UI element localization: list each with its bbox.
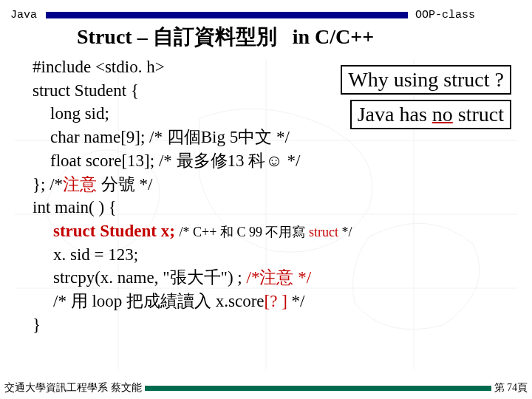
code-line-5: float score[13]; /* 最多修13 科☺ */ xyxy=(33,149,499,173)
code-8c: struct xyxy=(309,225,338,239)
code-8-comment: /* C++ 和 C 99 不用寫 struct */ xyxy=(180,225,352,239)
footer-left-text: 交通大學資訊工程學系 蔡文能 xyxy=(4,381,142,395)
code-line-12: } xyxy=(33,313,499,337)
header-divider-bar xyxy=(46,12,408,18)
code-5a: float score[13]; /* 最多修13 科 xyxy=(50,151,265,170)
code-line-8: struct Student x; /* C++ 和 C 99 不用寫 stru… xyxy=(33,219,499,243)
code-line-9: x. sid = 123; xyxy=(33,243,499,267)
code-line-10: strcpy(x. name, "張大千") ; /*注意 */ xyxy=(33,266,499,290)
callout-why-struct: Why using struct ? xyxy=(341,65,511,95)
code-11b: [? ] xyxy=(265,292,287,310)
code-10b: /*注意 */ xyxy=(247,268,312,287)
callout-java-has: Java has xyxy=(358,103,432,126)
code-line-6: }; /*注意 分號 */ xyxy=(33,173,499,197)
footer-page-number: 第 74頁 xyxy=(494,381,528,395)
code-line-11: /* 用 loop 把成績讀入 x.score[? ] */ xyxy=(33,290,499,313)
code-4a: char name[9]; /* 四個Big 5中文 */ xyxy=(50,128,290,146)
code-8d: */ xyxy=(338,225,352,239)
callout-struct: struct xyxy=(453,103,504,126)
title-part1: Struct – 自訂資料型別 xyxy=(77,25,277,48)
code-6a: }; /* xyxy=(33,175,63,194)
code-11a: /* 用 loop 把成績讀入 x.score xyxy=(53,292,265,310)
code-line-7: int main( ) { xyxy=(33,196,499,219)
code-10a: strcpy(x. name, "張大千") ; xyxy=(53,268,247,287)
code-5b: */ xyxy=(283,151,301,170)
code-11c: */ xyxy=(287,292,305,310)
header-oop-label: OOP-class xyxy=(415,9,475,21)
slide-title: Struct – 自訂資料型別 in C/C++ xyxy=(77,23,522,51)
header-java-label: Java xyxy=(10,9,37,21)
slide-footer: 交通大學資訊工程學系 蔡文能 第 74頁 xyxy=(0,381,532,395)
code-8a: struct Student x; xyxy=(53,222,175,240)
footer-divider-bar xyxy=(145,386,491,391)
code-6c: 分號 xyxy=(97,175,135,194)
code-block: #include <stdio. h> struct Student { lon… xyxy=(0,55,532,337)
title-part2: in C/C++ xyxy=(293,25,374,48)
callout-no: no xyxy=(432,103,453,126)
code-6d: */ xyxy=(135,175,153,194)
code-8b: /* C++ 和 C 99 不用寫 xyxy=(180,225,309,239)
code-6b: 注意 xyxy=(63,175,97,194)
callout-java-no-struct: Java has no struct xyxy=(350,100,511,129)
